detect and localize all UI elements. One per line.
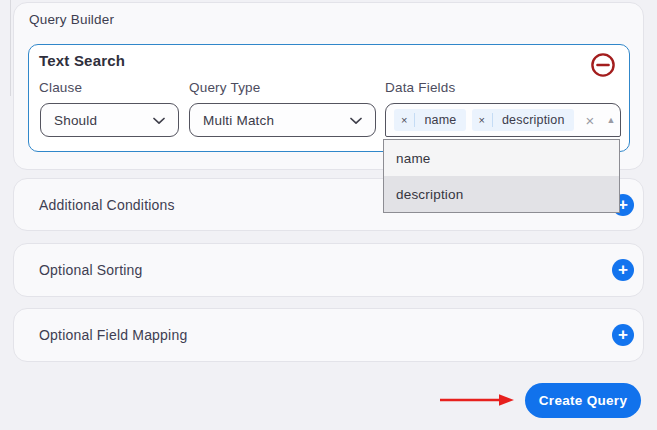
section-optional-field-mapping: Optional Field Mapping +: [13, 308, 644, 362]
data-fields-multiselect[interactable]: × name × description × ▲: [385, 103, 621, 137]
query-type-select[interactable]: Multi Match: [189, 103, 376, 137]
dropdown-option-name[interactable]: name: [384, 140, 619, 176]
chevron-down-icon: [350, 113, 362, 128]
query-type-label: Query Type: [189, 80, 261, 95]
clause-value: Should: [54, 113, 153, 128]
pointer-arrow-icon: [437, 392, 517, 412]
text-search-panel: Text Search Clause Query Type Data Field…: [28, 44, 630, 152]
tag-label: name: [415, 113, 465, 127]
dropdown-option-description[interactable]: description: [384, 176, 619, 212]
tag-label: description: [493, 113, 574, 127]
clear-selection-icon[interactable]: ×: [586, 113, 595, 128]
text-search-title: Text Search: [39, 52, 125, 69]
section-optional-sorting: Optional Sorting +: [13, 243, 644, 297]
add-field-mapping-button[interactable]: +: [612, 324, 634, 346]
tag-remove-icon[interactable]: ×: [472, 114, 492, 126]
section-label: Optional Sorting: [39, 262, 143, 278]
caret-up-icon[interactable]: ▲: [606, 116, 615, 125]
query-type-value: Multi Match: [203, 113, 350, 128]
chevron-down-icon: [153, 113, 165, 128]
query-builder-screen: Query Builder Text Search Clause Query T…: [0, 0, 657, 430]
add-sorting-button[interactable]: +: [612, 259, 634, 281]
section-label: Optional Field Mapping: [39, 327, 187, 343]
create-query-button[interactable]: Create Query: [525, 383, 641, 418]
remove-condition-button[interactable]: [590, 52, 616, 78]
data-fields-label: Data Fields: [385, 80, 455, 95]
minus-circle-icon: [590, 66, 616, 81]
data-fields-dropdown: name description: [383, 139, 620, 213]
tag-remove-icon[interactable]: ×: [394, 114, 414, 126]
selected-tag: × description: [472, 109, 574, 131]
clause-select[interactable]: Should: [40, 103, 179, 137]
sidebar-divider: [10, 0, 11, 96]
clause-label: Clause: [39, 80, 82, 95]
section-label: Additional Conditions: [39, 197, 175, 213]
page-title: Query Builder: [29, 12, 114, 27]
selected-tag: × name: [394, 109, 466, 131]
